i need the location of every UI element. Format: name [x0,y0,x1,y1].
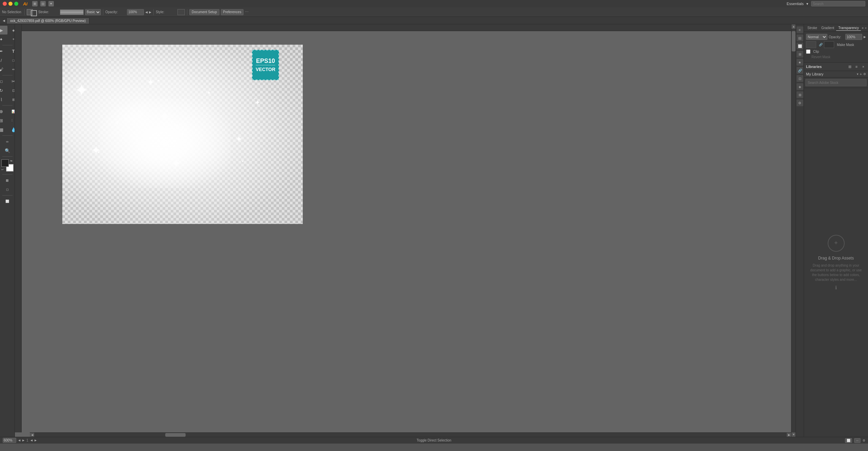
vertical-scrollbar[interactable]: ▲ ▼ [791,24,796,437]
artboard-nav-left[interactable]: ◀ [30,439,33,442]
cc-libraries-icon[interactable]: ⊞ [797,51,803,58]
transform-panel-icon[interactable]: ⊡ [797,75,803,82]
scroll-left-arrow[interactable]: ◀ [30,433,34,437]
links-panel-icon[interactable]: 🔗 [797,67,803,74]
paintbrush-tool[interactable]: 🖌 [0,65,7,74]
libraries-grid-icon[interactable]: ⊞ [847,64,852,69]
props-collapse-icon[interactable]: ≡ [862,26,863,30]
props-close-icon[interactable]: × [865,26,867,30]
zoom-input[interactable] [3,438,16,443]
direct-selection-tool[interactable]: ◈ [7,26,15,35]
scissors-tool[interactable]: ✂ [7,77,15,86]
shape-builder-tool[interactable]: ⊕ [0,107,7,116]
blend-tool[interactable]: ∞ [1,137,14,146]
status-btn-2[interactable]: ↔ [854,438,861,443]
fill-color-icon[interactable]: □ [0,176,1,185]
arrange-icon[interactable]: ⊞ [32,1,38,6]
default-colors-icon[interactable]: ↩ [1,168,5,172]
opacity-up-icon[interactable]: ▶ [149,10,151,14]
warp-tool[interactable]: ⌇ [0,95,7,104]
maximize-button[interactable] [14,2,18,6]
my-library-label[interactable]: My Library [806,72,857,76]
assets-icon[interactable]: ★ [797,59,803,66]
scroll-tab-left[interactable]: ◀ [1,19,6,22]
my-library-plus-icon[interactable]: + [860,72,862,76]
swap-colors-icon[interactable]: ⇆ [10,159,14,163]
scroll-down-arrow[interactable]: ▼ [791,432,796,437]
rotate-tool[interactable]: ↻ [0,86,7,95]
libraries-more-icon[interactable]: ≡ [854,64,859,69]
opacity-expand-icon[interactable]: ▶ [864,35,866,39]
gradient-tab[interactable]: Gradient [819,25,836,30]
vertical-thumb[interactable] [792,31,796,51]
opacity-down-icon[interactable]: ◀ [145,10,148,14]
eyedropper-tool[interactable]: 💧 [7,125,15,134]
zoom-down-arrow[interactable]: ◀ [18,439,20,442]
my-library-cog-icon[interactable]: ⚙ [863,72,866,76]
status-btn-1[interactable]: ⬜ [845,438,852,443]
zoom-up-arrow[interactable]: ▶ [22,439,24,442]
blend-mode-select[interactable]: Normal Multiply Screen [806,34,827,40]
more-options-icon[interactable]: ⋯ [245,10,249,14]
title-search-input[interactable] [811,1,865,6]
document-setup-button[interactable]: Document Setup [189,9,219,15]
style-swatch[interactable] [177,9,185,15]
layers-panel-icon[interactable]: ▤ [797,35,803,41]
horizontal-scrollbar[interactable]: ◀ ▶ [30,432,791,437]
free-transform-tool[interactable]: ⊞ [7,95,15,104]
type-tool[interactable]: T [7,47,15,55]
target-icon[interactable]: ◎ [40,1,46,6]
pencil-tool[interactable]: ✏ [7,65,15,74]
line-segment-tool[interactable]: / [0,56,7,65]
horizontal-ruler [22,24,791,31]
pathfinder-icon[interactable]: ◈ [797,83,803,90]
stroke-swatch[interactable] [31,10,37,16]
transparency-tab[interactable]: Transparency [836,25,861,31]
scroll-right-arrow[interactable]: ▶ [787,433,791,437]
close-button[interactable] [3,2,7,6]
zoom-tool[interactable]: 🔍 [1,146,14,155]
my-library-chevron[interactable]: ▾ [857,72,859,76]
align-panel-icon[interactable]: ⊞ [797,91,803,98]
eraser-tool[interactable]: ◻ [0,77,7,86]
toolbar-divider-1 [24,9,25,15]
pen-tool[interactable]: ✒ [0,47,7,55]
properties-panel-icon[interactable]: ≡ [797,26,803,33]
preferences-button[interactable]: Preferences [221,9,244,15]
artboards-panel-icon[interactable]: ⬜ [797,43,803,49]
screen-mode-button[interactable]: ⬜ [1,197,14,206]
right-panel: Stroke Gradient Transparency ≡ × Normal … [804,24,868,437]
artboard[interactable]: ✦ ✦ ✦ ✦ ✦ ✦ ✦ ✦ ✚ ✚ EPS10 VECTOR [62,45,303,224]
stroke-style-select[interactable]: Basic [85,9,101,15]
lasso-tool[interactable]: ⌖ [7,35,15,44]
opacity-input[interactable] [127,9,144,15]
scroll-up-arrow[interactable]: ▲ [791,24,796,29]
minimize-button[interactable] [8,2,13,6]
mesh-tool[interactable]: ⋮⋮ [7,116,15,125]
opacity-value-input[interactable] [845,34,862,40]
document-tab[interactable]: ock_429337859.pdf @ 600% (RGB/GPU Previe… [6,18,89,24]
search-stock-input[interactable] [805,79,867,86]
foreground-swatch[interactable] [1,159,9,167]
settings-cog-icon[interactable]: ⚙ [797,99,803,106]
rectangle-tool[interactable]: □ [7,56,15,65]
clip-checkbox[interactable] [806,49,810,54]
stroke-tab[interactable]: Stroke [805,25,819,30]
vertical-ruler [15,24,22,432]
status-btn-3[interactable]: ⚙ [863,439,865,442]
chart-tool[interactable]: 📊 [7,107,15,116]
horizontal-thumb[interactable] [165,433,186,437]
artboard-nav-right[interactable]: ▶ [35,439,37,442]
perspective-grid-tool[interactable]: ⊞ [0,116,7,125]
make-mask-button[interactable]: Make Mask [837,43,854,47]
info-icon[interactable]: ℹ [835,285,837,290]
paintbrush-icon[interactable]: ✦ [48,1,54,6]
line-tools: / □ [0,56,15,65]
libraries-close-icon[interactable]: × [861,64,866,69]
gradient-fill-icon[interactable]: ▦ [1,176,14,185]
draw-behind-icon[interactable]: ◻ [1,185,14,194]
gradient-tool[interactable]: ▦ [0,125,7,134]
selection-tool[interactable]: ▶ [0,26,7,35]
scale-tool[interactable]: ⊡ [7,86,15,95]
magic-wand-tool[interactable]: ✦ [0,35,7,44]
